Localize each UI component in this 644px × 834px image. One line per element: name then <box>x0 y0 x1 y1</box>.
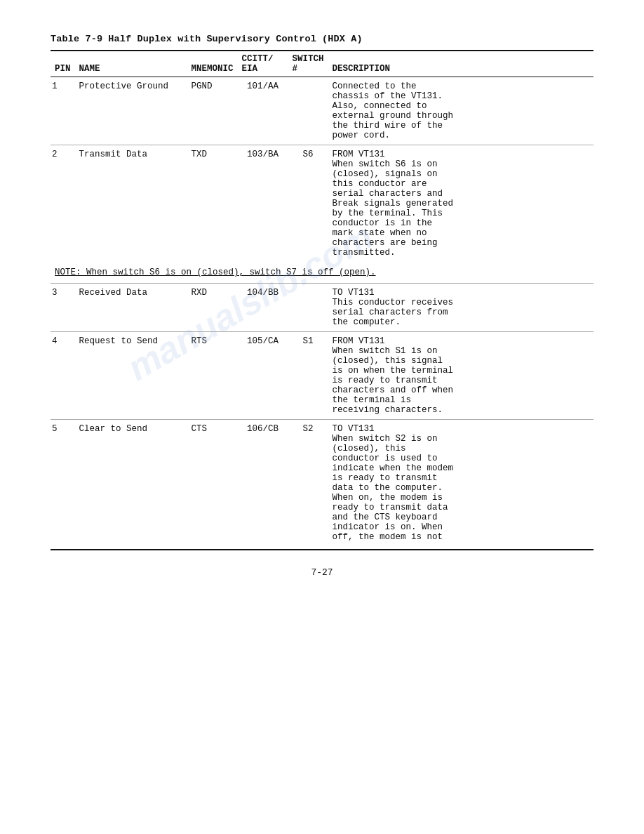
cell-ccitt: 104/BB <box>238 284 288 332</box>
cell-switch: S2 <box>288 420 328 547</box>
page-number: 7-27 <box>51 567 593 578</box>
th-ccitt: CCITT/EIA <box>238 51 288 77</box>
cell-pin: 5 <box>51 420 75 547</box>
th-pin: PIN <box>51 51 75 77</box>
table-bottom-border <box>51 549 593 550</box>
cell-name: Transmit Data <box>75 145 187 263</box>
cell-mnemonic: RTS <box>187 332 238 420</box>
table-row: 5Clear to SendCTS106/CBS2TO VT131When sw… <box>51 420 593 547</box>
cell-switch: S6 <box>288 145 328 263</box>
cell-mnemonic: TXD <box>187 145 238 263</box>
cell-ccitt: 105/CA <box>238 332 288 420</box>
table-row: 3Received DataRXD104/BBTO VT131This cond… <box>51 284 593 332</box>
cell-pin: 2 <box>51 145 75 263</box>
table-row: 4Request to SendRTS105/CAS1FROM VT131Whe… <box>51 332 593 420</box>
cell-switch <box>288 284 328 332</box>
table-row: 1Protective GroundPGND101/AAConnected to… <box>51 77 593 145</box>
th-mnemonic: MNEMONIC <box>187 51 238 77</box>
cell-ccitt: 101/AA <box>238 77 288 145</box>
table-row: 2Transmit DataTXD103/BAS6FROM VT131When … <box>51 145 593 263</box>
cell-name: Protective Ground <box>75 77 187 145</box>
cell-pin: 4 <box>51 332 75 420</box>
cell-description: FROM VT131When switch S6 is on(closed), … <box>328 145 593 263</box>
th-description: DESCRIPTION <box>328 51 593 77</box>
th-name: NAME <box>75 51 187 77</box>
cell-pin: 1 <box>51 77 75 145</box>
table-title: Table 7-9 Half Duplex with Supervisory C… <box>51 34 593 44</box>
cell-name: Request to Send <box>75 332 187 420</box>
cell-ccitt: 106/CB <box>238 420 288 547</box>
cell-description: TO VT131When switch S2 is on(closed), th… <box>328 420 593 547</box>
cell-description: Connected to thechassis of the VT131.Als… <box>328 77 593 145</box>
th-switch: SWITCH# <box>288 51 328 77</box>
cell-name: Clear to Send <box>75 420 187 547</box>
cell-switch: S1 <box>288 332 328 420</box>
main-table: PIN NAME MNEMONIC CCITT/EIA SWITCH# DESC… <box>51 50 593 546</box>
page: manualslib.com Table 7-9 Half Duplex wit… <box>0 0 644 834</box>
cell-pin: 3 <box>51 284 75 332</box>
cell-ccitt: 103/BA <box>238 145 288 263</box>
cell-mnemonic: RXD <box>187 284 238 332</box>
cell-description: FROM VT131When switch S1 is on(closed), … <box>328 332 593 420</box>
cell-name: Received Data <box>75 284 187 332</box>
cell-switch <box>288 77 328 145</box>
cell-description: TO VT131This conductor receivesserial ch… <box>328 284 593 332</box>
note-text: NOTE: When switch S6 is on (closed), swi… <box>55 267 376 277</box>
cell-mnemonic: PGND <box>187 77 238 145</box>
cell-mnemonic: CTS <box>187 420 238 547</box>
